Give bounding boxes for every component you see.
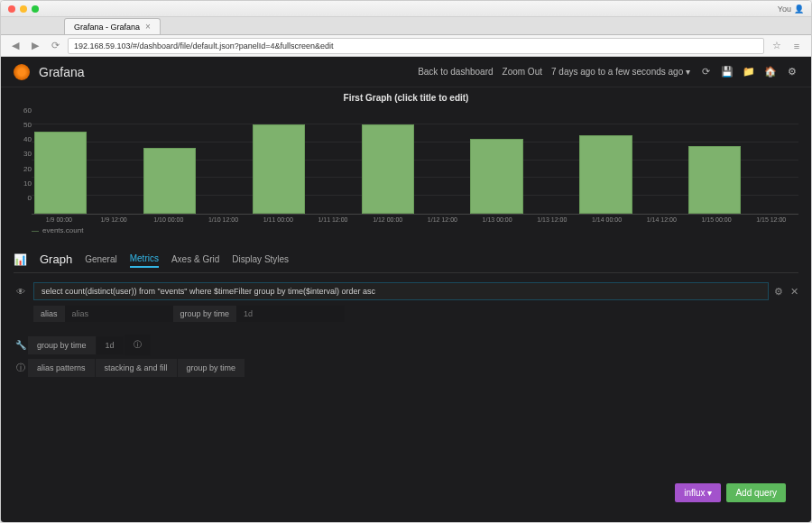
x-tick: 1/12 00:00 <box>360 216 415 223</box>
query-settings-icon[interactable]: ⚙ <box>774 286 783 298</box>
tab-strip: Grafana - Grafana × <box>1 17 811 35</box>
refresh-icon[interactable]: ⟳ <box>699 66 712 78</box>
window-titlebar: You👤 <box>1 1 811 17</box>
eye-icon[interactable]: 👁 <box>14 287 28 297</box>
bar[interactable] <box>525 106 577 214</box>
bar[interactable] <box>688 106 741 214</box>
x-tick: 1/13 00:00 <box>470 216 525 223</box>
add-query-button[interactable]: Add query <box>726 483 786 502</box>
query-remove-icon[interactable]: ✕ <box>790 286 798 298</box>
y-axis: 6050403020100 <box>14 106 32 215</box>
x-tick: 1/10 12:00 <box>196 216 251 223</box>
menu-icon[interactable]: ≡ <box>789 39 804 53</box>
folder-icon[interactable]: 📁 <box>743 66 755 78</box>
tab-general[interactable]: General <box>85 252 117 267</box>
graph-type-icon: 📊 <box>14 253 27 266</box>
x-tick: 1/10 00:00 <box>141 216 196 223</box>
chart: 6050403020100 <box>14 106 798 215</box>
bar[interactable] <box>307 106 359 214</box>
close-tab-icon[interactable]: × <box>145 22 151 32</box>
time-range-picker[interactable]: 7 days ago to a few seconds ago ▾ <box>551 67 690 77</box>
x-tick: 1/14 00:00 <box>579 216 634 223</box>
bar[interactable] <box>34 106 87 214</box>
query-sub-row: alias group by time <box>33 306 798 322</box>
reload-icon[interactable]: ⟳ <box>48 39 62 53</box>
alias-input[interactable] <box>65 306 173 322</box>
back-to-dashboard-link[interactable]: Back to dashboard <box>418 67 493 77</box>
browser-tab[interactable]: Grafana - Grafana × <box>64 18 161 34</box>
x-tick: 1/11 00:00 <box>251 216 306 223</box>
editor-title: Graph <box>40 252 72 266</box>
home-icon[interactable]: 🏠 <box>764 66 777 78</box>
x-axis: 1/9 00:001/9 12:001/10 00:001/10 12:001/… <box>14 216 798 223</box>
config-row-2: ⓘ alias patterns stacking & and fill gro… <box>14 359 798 377</box>
panel-editor: 📊 Graph General Metrics Axes & Grid Disp… <box>1 243 811 522</box>
back-icon[interactable]: ◀ <box>8 39 23 53</box>
info-icon[interactable]: ⓘ <box>125 335 152 355</box>
x-tick: 1/11 12:00 <box>306 216 361 223</box>
app-header: Grafana Back to dashboard Zoom Out 7 day… <box>1 57 811 87</box>
groupby-input[interactable] <box>236 306 345 322</box>
forward-icon[interactable]: ▶ <box>28 39 42 53</box>
grafana-logo-icon[interactable] <box>14 64 30 80</box>
alias-label: alias <box>33 306 65 322</box>
legend: —events.count <box>14 226 798 234</box>
bar[interactable] <box>198 106 250 214</box>
browser-window: You👤 Grafana - Grafana × ◀ ▶ ⟳ 192.168.5… <box>0 0 812 523</box>
zoom-out-link[interactable]: Zoom Out <box>503 67 542 77</box>
brand-name: Grafana <box>39 65 85 79</box>
x-tick: 1/15 00:00 <box>689 216 744 223</box>
info-row-icon: ⓘ <box>14 362 28 374</box>
bar[interactable] <box>470 106 522 214</box>
x-tick: 1/13 12:00 <box>524 216 579 223</box>
groupby-label: group by time <box>173 306 237 322</box>
bar[interactable] <box>88 106 141 214</box>
x-tick: 1/15 12:00 <box>743 216 798 223</box>
panel-title[interactable]: First Graph (click title to edit) <box>14 93 798 103</box>
query-row: 👁 select count(distinct(user)) from "eve… <box>14 282 798 300</box>
tab-metrics[interactable]: Metrics <box>130 251 159 268</box>
bar[interactable] <box>743 106 795 214</box>
bar[interactable] <box>253 106 305 214</box>
x-tick: 1/9 00:00 <box>32 216 87 223</box>
datasource-button[interactable]: influx ▾ <box>675 483 721 502</box>
x-tick: 1/14 12:00 <box>634 216 689 223</box>
x-tick: 1/9 12:00 <box>87 216 142 223</box>
cfg-alias-patterns[interactable]: alias patterns <box>28 359 96 377</box>
cfg-stacking-fill[interactable]: stacking & and fill <box>96 359 178 377</box>
cfg-group-by-time[interactable]: group by time <box>178 359 246 377</box>
profile-icon[interactable]: 👤 <box>794 5 804 14</box>
maximize-window-icon[interactable] <box>32 5 39 13</box>
app-content: Grafana Back to dashboard Zoom Out 7 day… <box>1 57 811 522</box>
cfg-groupby-value[interactable]: 1d <box>97 336 125 354</box>
config-row-1: 🔧 group by time 1d ⓘ <box>14 335 798 355</box>
settings-icon[interactable]: ⚙ <box>786 66 798 78</box>
graph-panel: First Graph (click title to edit) 605040… <box>1 87 811 243</box>
close-window-icon[interactable] <box>8 5 15 13</box>
tab-axes-grid[interactable]: Axes & Grid <box>171 252 219 267</box>
bar[interactable] <box>362 106 414 214</box>
query-input[interactable]: select count(distinct(user)) from "event… <box>33 282 769 300</box>
cfg-groupby-label[interactable]: group by time <box>28 336 97 354</box>
save-icon[interactable]: 💾 <box>721 66 734 78</box>
bar[interactable] <box>143 106 196 214</box>
editor-tabs: 📊 Graph General Metrics Axes & Grid Disp… <box>14 251 798 273</box>
minimize-window-icon[interactable] <box>20 5 27 13</box>
profile-label: You <box>778 5 791 14</box>
address-bar: ◀ ▶ ⟳ 192.168.59.103/#/dashboard/file/de… <box>1 35 811 57</box>
tab-display-styles[interactable]: Display Styles <box>232 252 289 267</box>
bar[interactable] <box>579 106 632 214</box>
x-tick: 1/12 12:00 <box>415 216 470 223</box>
chevron-down-icon: ▾ <box>686 67 690 77</box>
bar[interactable] <box>416 106 468 214</box>
url-input[interactable]: 192.168.59.103/#/dashboard/file/default.… <box>68 38 764 54</box>
bar[interactable] <box>634 106 687 214</box>
wrench-icon: 🔧 <box>14 340 28 350</box>
legend-item: events.count <box>42 226 83 234</box>
bookmark-icon[interactable]: ☆ <box>770 39 784 53</box>
plot-area <box>32 106 798 215</box>
tab-title: Grafana - Grafana <box>74 23 140 32</box>
editor-footer: influx ▾ Add query <box>14 471 798 515</box>
